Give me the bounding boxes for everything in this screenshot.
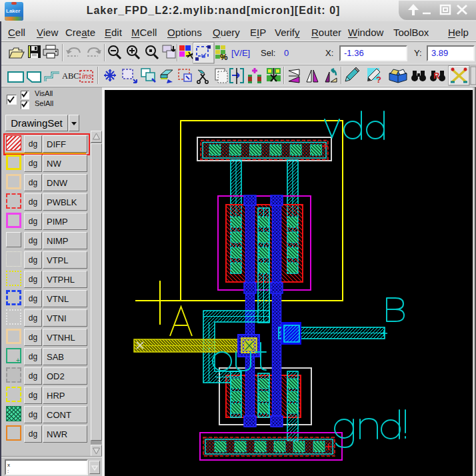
svg-text:%: % — [220, 52, 228, 62]
svg-text:R: R — [433, 71, 440, 81]
svg-text:ins: ins — [82, 72, 92, 80]
svg-text:?: ? — [376, 75, 381, 85]
svg-text:ABC: ABC — [62, 71, 79, 81]
